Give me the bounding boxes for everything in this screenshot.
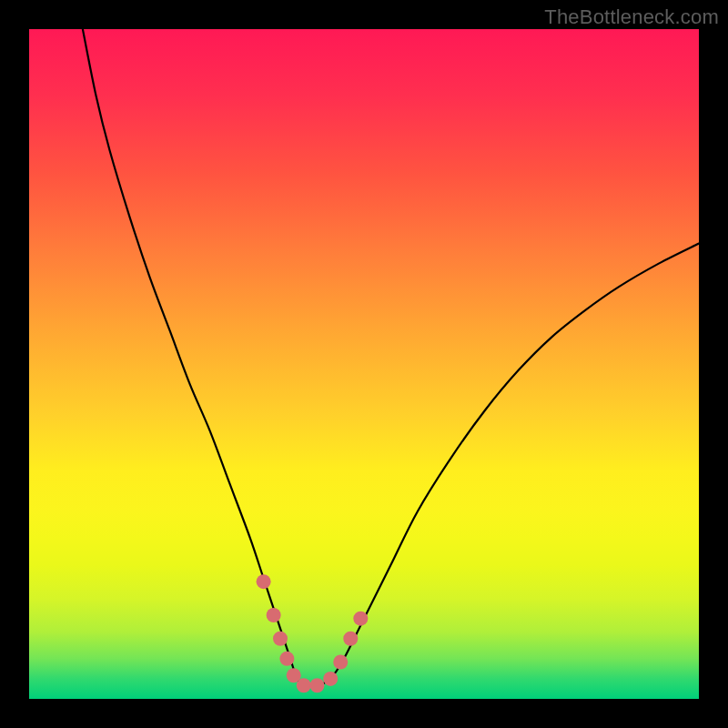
marker-dot bbox=[309, 678, 324, 693]
marker-dot bbox=[343, 632, 358, 646]
marker-dot bbox=[267, 608, 281, 622]
marker-dot bbox=[279, 652, 294, 666]
marker-dot bbox=[323, 672, 338, 686]
marker-dot bbox=[273, 632, 288, 646]
marker-dot bbox=[297, 678, 311, 693]
marker-group bbox=[257, 574, 369, 693]
marker-dot bbox=[353, 612, 368, 626]
attribution-label: TheBottleneck.com bbox=[544, 5, 719, 29]
marker-dot bbox=[257, 574, 271, 589]
chart-stage: TheBottleneck.com bbox=[0, 0, 728, 728]
bottleneck-curve-svg bbox=[29, 29, 699, 699]
marker-dot bbox=[333, 655, 348, 670]
plot-area bbox=[29, 29, 699, 699]
bottleneck-curve bbox=[83, 29, 699, 686]
